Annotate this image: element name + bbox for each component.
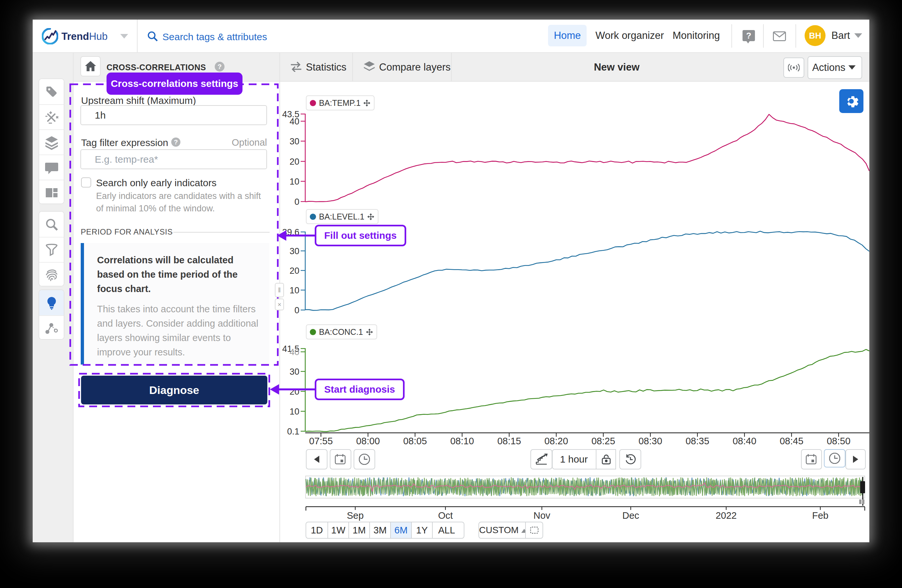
svg-text:08:05: 08:05 bbox=[403, 436, 427, 446]
svg-text:10: 10 bbox=[290, 177, 299, 186]
svg-text:2022: 2022 bbox=[716, 510, 737, 521]
svg-text:40: 40 bbox=[290, 347, 299, 357]
svg-text:08:35: 08:35 bbox=[686, 436, 709, 446]
svg-text:08:15: 08:15 bbox=[497, 436, 521, 446]
svg-text:30: 30 bbox=[290, 246, 299, 256]
svg-text:07:55: 07:55 bbox=[309, 436, 333, 446]
svg-text:30: 30 bbox=[290, 367, 299, 377]
svg-text:08:40: 08:40 bbox=[733, 436, 756, 446]
svg-text:10: 10 bbox=[290, 407, 299, 416]
svg-text:Sep: Sep bbox=[347, 510, 364, 521]
svg-text:08:30: 08:30 bbox=[639, 436, 662, 446]
svg-text:08:45: 08:45 bbox=[780, 436, 803, 446]
svg-text:Feb: Feb bbox=[812, 510, 828, 521]
svg-text:08:10: 08:10 bbox=[450, 436, 474, 446]
svg-text:Dec: Dec bbox=[622, 510, 639, 521]
svg-text:Oct: Oct bbox=[438, 510, 453, 521]
svg-text:30: 30 bbox=[290, 136, 299, 146]
svg-text:0: 0 bbox=[294, 197, 299, 207]
svg-text:0: 0 bbox=[294, 305, 299, 315]
svg-text:08:50: 08:50 bbox=[827, 436, 851, 446]
svg-text:08:25: 08:25 bbox=[592, 436, 615, 446]
svg-text:20: 20 bbox=[290, 387, 299, 397]
svg-text:40: 40 bbox=[290, 117, 299, 127]
svg-text:Nov: Nov bbox=[533, 510, 550, 521]
svg-text:10: 10 bbox=[290, 286, 299, 295]
svg-text:20: 20 bbox=[290, 157, 299, 167]
svg-text:0.1: 0.1 bbox=[287, 427, 299, 436]
svg-text:20: 20 bbox=[290, 266, 299, 276]
svg-text:08:20: 08:20 bbox=[545, 436, 568, 446]
svg-text:?: ? bbox=[746, 31, 751, 41]
svg-text:08:00: 08:00 bbox=[356, 436, 380, 446]
